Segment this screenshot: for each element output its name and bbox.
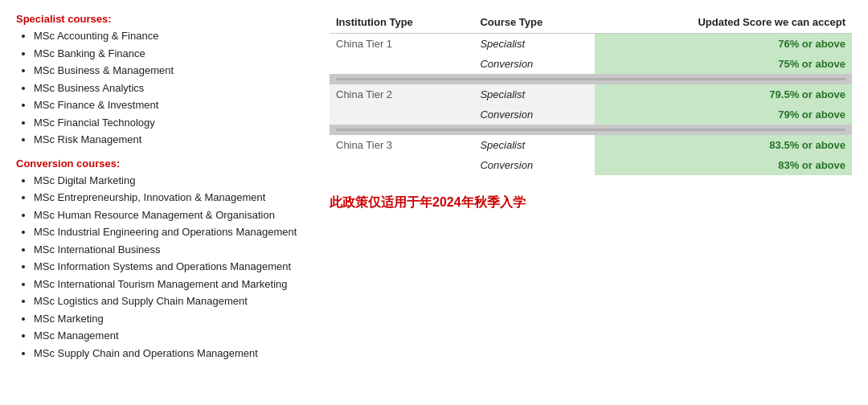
course-type-cell: Specialist	[473, 135, 594, 155]
list-item: MSc Business & Management	[34, 63, 313, 79]
specialist-courses-title: Specialist courses:	[16, 13, 313, 25]
list-item: MSc Industrial Engineering and Operation…	[34, 224, 313, 240]
score-cell: 76% or above	[595, 34, 852, 55]
score-cell: 75% or above	[595, 54, 852, 74]
course-type-cell: Specialist	[473, 34, 594, 55]
course-type-cell: Conversion	[473, 155, 594, 175]
course-type-cell: Conversion	[473, 104, 594, 125]
list-item: MSc International Tourism Management and…	[34, 276, 313, 292]
list-item: MSc Entrepreneurship, Innovation & Manag…	[34, 190, 313, 206]
list-item: MSc Financial Technology	[34, 115, 313, 131]
table-separator-row	[330, 74, 852, 84]
list-item: MSc Digital Marketing	[34, 173, 313, 189]
score-cell: 79.5% or above	[595, 84, 852, 104]
list-item: MSc Risk Management	[34, 132, 313, 148]
col-header-course-type: Course Type	[473, 13, 594, 34]
score-table: Institution Type Course Type Updated Sco…	[330, 13, 852, 175]
list-item: MSc Accounting & Finance	[34, 28, 313, 44]
list-item: MSc Banking & Finance	[34, 46, 313, 62]
list-item: MSc Human Resource Management & Organisa…	[34, 207, 313, 223]
institution-cell	[330, 104, 473, 125]
list-item: MSc Logistics and Supply Chain Managemen…	[34, 293, 313, 309]
score-cell: 83% or above	[595, 155, 852, 175]
table-row: China Tier 3Specialist83.5% or above	[330, 135, 852, 155]
right-panel: Institution Type Course Type Updated Sco…	[321, 13, 852, 370]
institution-cell	[330, 155, 473, 175]
list-item: MSc Supply Chain and Operations Manageme…	[34, 346, 313, 362]
table-row: Conversion83% or above	[330, 155, 852, 175]
institution-cell	[330, 54, 473, 74]
score-cell: 79% or above	[595, 104, 852, 125]
list-item: MSc International Business	[34, 242, 313, 258]
list-item: MSc Information Systems and Operations M…	[34, 259, 313, 275]
table-row: China Tier 2Specialist79.5% or above	[330, 84, 852, 104]
left-panel: Specialist courses: MSc Accounting & Fin…	[16, 13, 321, 370]
list-item: MSc Management	[34, 328, 313, 344]
table-row: China Tier 1Specialist76% or above	[330, 34, 852, 55]
institution-cell: China Tier 3	[330, 135, 473, 155]
table-row: Conversion79% or above	[330, 104, 852, 125]
course-type-cell: Conversion	[473, 54, 594, 74]
list-item: MSc Finance & Investment	[34, 97, 313, 113]
institution-cell: China Tier 2	[330, 84, 473, 104]
institution-cell: China Tier 1	[330, 34, 473, 55]
specialist-courses-list: MSc Accounting & FinanceMSc Banking & Fi…	[16, 28, 313, 148]
col-header-institution: Institution Type	[330, 13, 473, 34]
notice-text: 此政策仅适用于年2024年秋季入学	[330, 194, 852, 211]
list-item: MSc Business Analytics	[34, 80, 313, 96]
col-header-score: Updated Score we can accept	[595, 13, 852, 34]
conversion-courses-list: MSc Digital MarketingMSc Entrepreneurshi…	[16, 173, 313, 362]
table-row: Conversion75% or above	[330, 54, 852, 74]
list-item: MSc Marketing	[34, 311, 313, 327]
table-separator-row	[330, 125, 852, 135]
course-type-cell: Specialist	[473, 84, 594, 104]
main-container: Specialist courses: MSc Accounting & Fin…	[16, 13, 852, 370]
score-cell: 83.5% or above	[595, 135, 852, 155]
conversion-courses-title: Conversion courses:	[16, 158, 313, 170]
